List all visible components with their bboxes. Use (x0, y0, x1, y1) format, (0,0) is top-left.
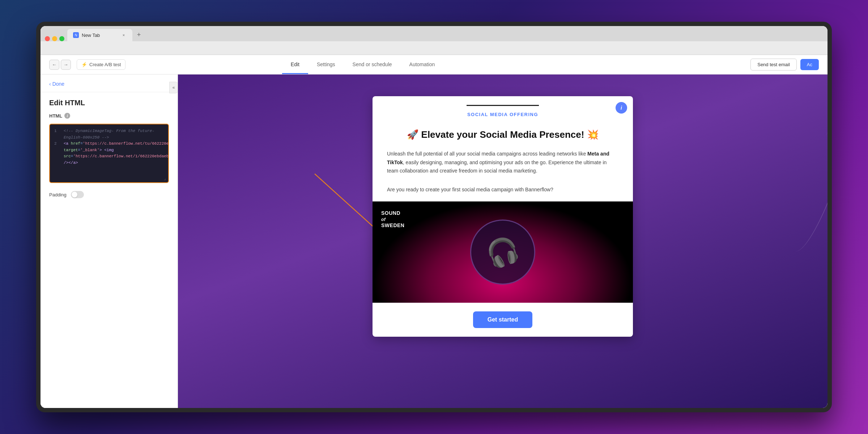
header-tabs: Edit Settings Send or schedule Automatio… (282, 55, 444, 74)
back-button[interactable]: ‹ Done (49, 81, 64, 87)
new-tab-button[interactable]: + (134, 30, 144, 40)
padding-control: Padding (41, 186, 178, 203)
tab-favicon: N (73, 32, 79, 38)
banner-logo-line1: SOUND (381, 210, 404, 216)
email-headline: 🚀 Elevate your Social Media Presence! 💥 (373, 129, 633, 147)
tab-bar: N New Tab × + (41, 26, 827, 41)
tab-edit[interactable]: Edit (282, 56, 308, 74)
email-preview-card: SOCIAL MEDIA OFFERING i 🚀 Elevate your S… (373, 96, 633, 337)
email-question: Are you ready to create your first socia… (373, 183, 633, 201)
send-test-email-button[interactable]: Send test email (750, 59, 797, 71)
tab-label: New Tab (82, 33, 100, 38)
email-info-badge[interactable]: i (616, 102, 627, 114)
sidebar-collapse-button[interactable]: « (169, 82, 178, 93)
tab-automation[interactable]: Automation (401, 56, 444, 74)
ac-button[interactable]: Ac (800, 59, 819, 70)
html-info-icon[interactable]: i (64, 113, 70, 119)
nav-back-button[interactable]: ← (49, 60, 59, 70)
browser-chrome: N New Tab × + (41, 26, 827, 55)
banner-logo-line2: of (381, 217, 386, 222)
main-content: « ‹ Done Edit HTML HTML i 1 (41, 75, 827, 408)
preview-area: SOCIAL MEDIA OFFERING i 🚀 Elevate your S… (178, 75, 827, 408)
line-number-2: 2 (54, 141, 59, 166)
nav-arrows: ← → (49, 60, 71, 70)
email-body-text-1: Unleash the full potential of all your s… (387, 151, 587, 157)
back-chevron-icon: ‹ (49, 81, 51, 87)
get-started-button[interactable]: Get started (473, 311, 532, 328)
app-header: ← → ⚡ Create A/B test Edit Settings Send… (41, 55, 827, 75)
close-traffic-light[interactable] (45, 36, 50, 41)
nav-forward-button[interactable]: → (61, 60, 71, 70)
tab-settings[interactable]: Settings (308, 56, 344, 74)
maximize-traffic-light[interactable] (59, 36, 64, 41)
padding-label: Padding (49, 192, 67, 197)
ab-icon: ⚡ (81, 62, 87, 67)
sidebar-section-label: HTML i (41, 110, 178, 121)
email-header-bar: SOCIAL MEDIA OFFERING i (373, 96, 633, 129)
create-ab-button[interactable]: ⚡ Create A/B test (77, 59, 125, 70)
decorative-curve (782, 110, 827, 256)
email-logo-line (467, 105, 539, 106)
mac-screen: N New Tab × + ← → ⚡ Create A/B test Edit… (41, 26, 827, 408)
tab-close-button[interactable]: × (121, 32, 127, 38)
code-editor[interactable]: 1 <!-- DynamicImageTag- From the future-… (49, 124, 169, 183)
code-text-2: <a href='https://c.bannerflow.net/tu/662… (64, 141, 169, 166)
email-body: Unleash the full potential of all your s… (373, 147, 633, 183)
browser-tab[interactable]: N New Tab × (67, 29, 132, 41)
headphones-visual: 🎧 (470, 220, 535, 285)
banner-block: SOUND of SWEDEN 🎧 (373, 201, 633, 303)
headphone-icon: 🎧 (482, 232, 523, 272)
banner-logo-line3: SWEDEN (381, 222, 404, 229)
email-footer: Get started (373, 303, 633, 337)
email-section-label: SOCIAL MEDIA OFFERING (387, 112, 618, 117)
traffic-lights (45, 36, 64, 41)
padding-toggle[interactable] (71, 191, 84, 198)
code-line-1: 1 <!-- DynamicImageTag- From the future-… (54, 128, 164, 141)
tab-send-or-schedule[interactable]: Send or schedule (344, 56, 401, 74)
header-actions: Send test email Ac (750, 59, 819, 71)
left-sidebar: « ‹ Done Edit HTML HTML i 1 (41, 75, 178, 408)
minimize-traffic-light[interactable] (52, 36, 57, 41)
toggle-knob (72, 192, 77, 197)
banner-logo: SOUND of SWEDEN (381, 210, 404, 228)
back-label: Done (52, 81, 64, 87)
resize-handle[interactable]: ⌟ (164, 176, 166, 181)
mac-frame: N New Tab × + ← → ⚡ Create A/B test Edit… (36, 22, 832, 412)
code-line-2: 2 <a href='https://c.bannerflow.net/tu/6… (54, 141, 164, 166)
email-body-text-2: , easily designing, managing, and optimi… (387, 159, 607, 174)
code-content[interactable]: 1 <!-- DynamicImageTag- From the future-… (50, 124, 168, 182)
sidebar-header: ‹ Done (41, 75, 178, 92)
headphones-circle: 🎧 (470, 220, 535, 285)
code-text-1: <!-- DynamicImageTag- From the future-En… (64, 128, 164, 141)
create-ab-label: Create A/B test (89, 62, 121, 67)
line-number-1: 1 (54, 128, 59, 141)
sidebar-title: Edit HTML (41, 92, 178, 110)
